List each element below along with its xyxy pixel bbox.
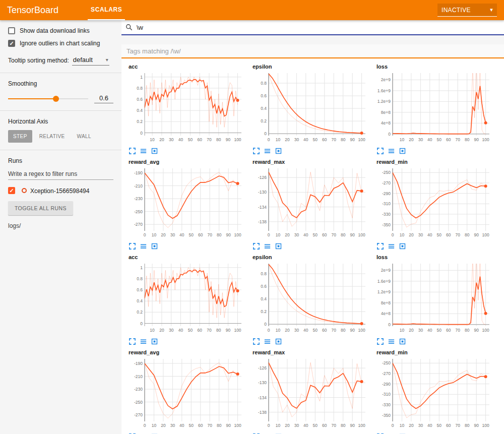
svg-text:-350: -350 <box>382 222 391 227</box>
chart-plot[interactable]: 00.20.40.60.81102030405060708090100 <box>127 261 245 335</box>
svg-text:30: 30 <box>294 232 299 237</box>
svg-text:0: 0 <box>268 232 270 237</box>
svg-text:0.4: 0.4 <box>261 106 267 111</box>
fullscreen-icon[interactable] <box>253 242 260 250</box>
show-download-links-checkbox[interactable]: Show data download links <box>8 27 113 34</box>
data-list-icon[interactable] <box>388 147 395 155</box>
smoothing-slider-thumb[interactable] <box>53 96 59 102</box>
svg-text:50: 50 <box>188 328 193 333</box>
chart-plot[interactable]: -270-250-230-210-19001020304050607080901… <box>127 165 245 240</box>
chart-plot[interactable]: -350-330-310-290-270-2500102030405060708… <box>374 165 493 240</box>
svg-text:40: 40 <box>178 328 183 333</box>
chart-plot[interactable]: -350-330-310-290-270-2500102030405060708… <box>374 356 493 430</box>
axis-relative-button[interactable]: RELATIVE <box>34 130 70 143</box>
svg-text:80: 80 <box>217 423 222 428</box>
svg-text:100: 100 <box>482 328 489 333</box>
svg-text:100: 100 <box>234 137 241 142</box>
svg-text:70: 70 <box>207 137 212 142</box>
svg-text:90: 90 <box>350 232 355 237</box>
data-list-icon[interactable] <box>264 147 271 155</box>
svg-text:-210: -210 <box>134 374 143 379</box>
svg-text:80: 80 <box>465 423 470 428</box>
data-list-icon[interactable] <box>264 338 271 345</box>
pin-icon[interactable] <box>151 338 158 345</box>
chart-title: reward_min <box>376 349 498 355</box>
chart-plot[interactable]: 04e+88e+81.2e+91.6e+92e+9102030405060708… <box>374 70 493 145</box>
svg-text:100: 100 <box>234 232 241 237</box>
pin-icon[interactable] <box>151 242 158 250</box>
ignore-outliers-checkbox[interactable]: Ignore outliers in chart scaling <box>8 40 113 47</box>
svg-text:-310: -310 <box>382 392 391 397</box>
data-list-icon[interactable] <box>388 242 395 250</box>
svg-text:90: 90 <box>226 137 231 142</box>
fullscreen-icon[interactable] <box>253 338 260 345</box>
chart-title: reward_max <box>253 159 374 165</box>
svg-text:0.6: 0.6 <box>261 93 267 98</box>
svg-text:70: 70 <box>455 423 460 428</box>
svg-text:-190: -190 <box>134 170 143 175</box>
chart-plot[interactable]: -270-250-230-210-19001020304050607080901… <box>127 356 245 430</box>
chart-plot[interactable]: -138-134-130-1260102030405060708090100 <box>250 165 369 240</box>
svg-text:20: 20 <box>285 137 290 142</box>
svg-text:10: 10 <box>276 423 281 428</box>
fullscreen-icon[interactable] <box>129 338 136 345</box>
svg-text:60: 60 <box>198 232 203 237</box>
chart-title: epsilon <box>253 254 374 260</box>
fullscreen-icon[interactable] <box>253 147 260 155</box>
tags-section-header[interactable]: Tags matching /\w/ <box>121 44 504 58</box>
svg-text:30: 30 <box>418 137 423 142</box>
pin-icon[interactable] <box>399 242 406 250</box>
run-checkbox[interactable] <box>8 187 15 194</box>
runs-label: Runs <box>8 157 113 164</box>
pin-icon[interactable] <box>399 338 406 345</box>
tooltip-sorting-select[interactable]: default ▾ <box>72 55 109 66</box>
svg-text:10: 10 <box>150 137 155 142</box>
tooltip-sorting-row: Tooltip sorting method: default ▾ <box>8 55 113 66</box>
svg-text:70: 70 <box>331 328 336 333</box>
pin-icon[interactable] <box>275 338 282 345</box>
run-item[interactable]: Xception-1566598494 <box>8 187 113 195</box>
data-list-icon[interactable] <box>140 147 147 155</box>
svg-text:0: 0 <box>140 321 143 326</box>
chart-plot[interactable]: 00.20.40.60.80102030405060708090100 <box>250 70 369 145</box>
axis-step-button[interactable]: STEP <box>8 130 32 143</box>
svg-text:70: 70 <box>455 137 460 142</box>
chart-card-acc: acc00.20.40.60.81102030405060708090100 <box>127 252 250 345</box>
svg-text:0.2: 0.2 <box>261 118 267 123</box>
tag-filter-input[interactable] <box>136 23 337 32</box>
chart-card-reward_max: reward_max-138-134-130-12601020304050607… <box>250 157 374 250</box>
svg-text:4e+8: 4e+8 <box>381 311 391 316</box>
tab-scalars[interactable]: SCALARS <box>88 0 125 20</box>
svg-text:70: 70 <box>207 328 212 333</box>
fullscreen-icon[interactable] <box>129 147 136 155</box>
data-list-icon[interactable] <box>264 242 271 250</box>
fullscreen-icon[interactable] <box>129 242 136 250</box>
fullscreen-icon[interactable] <box>376 242 384 250</box>
status-dropdown[interactable]: INACTIVE ▾ <box>437 4 497 17</box>
smoothing-slider[interactable] <box>8 95 88 102</box>
pin-icon[interactable] <box>399 147 406 155</box>
data-list-icon[interactable] <box>140 338 147 345</box>
toggle-all-runs-button[interactable]: TOGGLE ALL RUNS <box>8 201 73 215</box>
runs-filter-input[interactable] <box>8 169 113 180</box>
chart-plot[interactable]: 00.20.40.60.80102030405060708090100 <box>250 261 369 335</box>
chart-plot[interactable]: 00.20.40.60.81102030405060708090100 <box>127 70 245 145</box>
pin-icon[interactable] <box>151 147 158 155</box>
chart-plot[interactable]: 04e+88e+81.2e+91.6e+92e+9102030405060708… <box>374 261 493 335</box>
fullscreen-icon[interactable] <box>376 147 384 155</box>
smoothing-value[interactable]: 0.6 <box>94 94 113 103</box>
header-spacer <box>125 0 437 20</box>
svg-text:0: 0 <box>268 328 270 333</box>
search-icon <box>125 24 133 31</box>
search-bar <box>121 20 504 35</box>
data-list-icon[interactable] <box>388 338 395 345</box>
pin-icon[interactable] <box>275 242 282 250</box>
axis-wall-button[interactable]: WALL <box>72 130 96 143</box>
svg-text:0.4: 0.4 <box>261 296 267 301</box>
chart-plot[interactable]: -138-134-130-1260102030405060708090100 <box>250 356 369 430</box>
pin-icon[interactable] <box>275 147 282 155</box>
svg-text:60: 60 <box>322 232 327 237</box>
data-list-icon[interactable] <box>140 242 147 250</box>
fullscreen-icon[interactable] <box>376 338 384 345</box>
svg-text:20: 20 <box>161 423 166 428</box>
